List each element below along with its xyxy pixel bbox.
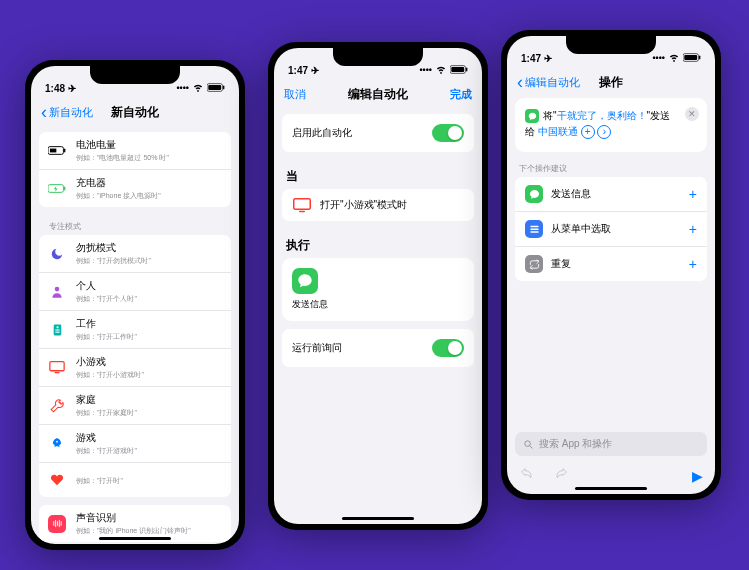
run-button[interactable]: ▶ (692, 468, 703, 484)
svg-point-16 (56, 440, 58, 442)
suggestion-list[interactable]: 从菜单中选取+ (515, 212, 707, 247)
add-suggestion-button[interactable]: + (689, 256, 697, 272)
condition-label: 打开"小游戏"模式时 (320, 198, 407, 212)
location-icon: ✈︎ (68, 83, 76, 94)
focus-item-wrench[interactable]: 家庭例如："打开家庭时" (39, 387, 231, 425)
wrench-icon (48, 399, 66, 413)
redo-button[interactable] (553, 466, 569, 486)
signal-icon: •••• (176, 83, 189, 93)
svg-rect-18 (451, 66, 464, 71)
suggestion-repeat[interactable]: 重复+ (515, 247, 707, 281)
battery-icon (207, 83, 225, 94)
nav-bar: 取消 编辑自动化 完成 (274, 78, 482, 110)
page-title: 新自动化 (111, 104, 159, 121)
enable-toggle[interactable] (432, 124, 464, 142)
back-button[interactable]: 新自动化 (41, 103, 93, 121)
home-indicator[interactable] (575, 487, 647, 490)
svg-rect-19 (466, 67, 467, 71)
suggestions-label: 下个操作建议 (515, 158, 707, 177)
undo-button[interactable] (519, 466, 535, 486)
time: 1:48 (45, 83, 65, 94)
svg-line-29 (530, 445, 532, 447)
row-subtitle: 例如："打开家庭时" (76, 408, 222, 418)
focus-item-display[interactable]: 小游戏例如："打开小游戏时" (39, 349, 231, 387)
moon-icon (48, 247, 66, 261)
action-send-message[interactable]: 发送信息 (282, 258, 474, 321)
done-button[interactable]: 完成 (450, 87, 472, 102)
page-title: 编辑自动化 (348, 86, 408, 103)
row-subtitle: 例如："iPhone 接入电源时" (76, 191, 222, 201)
ask-label: 运行前询问 (292, 341, 432, 355)
search-input[interactable]: 搜索 App 和操作 (515, 432, 707, 456)
row-subtitle: 例如："打开小游戏时" (76, 370, 222, 380)
svg-rect-21 (299, 210, 305, 212)
back-button[interactable]: 编辑自动化 (517, 73, 580, 91)
svg-point-15 (60, 401, 61, 402)
rocket-icon (48, 437, 66, 451)
repeat-icon (525, 255, 543, 273)
list-icon (525, 220, 543, 238)
focus-item-person[interactable]: 个人例如："打开个人时" (39, 273, 231, 311)
time: 1:47 (288, 65, 308, 76)
list-item-charger[interactable]: 充电器例如："iPhone 接入电源时" (39, 170, 231, 207)
svg-point-10 (56, 326, 58, 328)
phone-edit-automation: 1:47✈︎ •••• 取消 编辑自动化 完成 启用此自动化 当 (268, 42, 488, 530)
svg-rect-11 (55, 329, 59, 330)
focus-item-rocket[interactable]: 游戏例如："打开游戏时" (39, 425, 231, 463)
location-icon: ✈︎ (544, 53, 552, 64)
svg-rect-5 (64, 149, 65, 153)
suggestion-label: 重复 (551, 257, 689, 271)
svg-rect-26 (530, 228, 538, 229)
recipient-token[interactable]: 中国联通 (538, 126, 578, 137)
condition-row[interactable]: 打开"小游戏"模式时 (282, 189, 474, 221)
focus-item-work[interactable]: 工作例如："打开工作时" (39, 311, 231, 349)
svg-point-8 (55, 286, 60, 291)
page-title: 操作 (599, 74, 623, 91)
row-title: 个人 (76, 279, 222, 293)
home-indicator[interactable] (99, 537, 171, 540)
search-icon (523, 439, 534, 450)
message-token[interactable]: 干就完了，奥利给！ (557, 110, 647, 121)
row-title: 电池电量 (76, 138, 222, 152)
messages-icon (525, 109, 539, 123)
row-subtitle: 例如："打开个人时" (76, 294, 222, 304)
row-subtitle: 例如："打开时" (76, 476, 222, 486)
back-label: 新自动化 (49, 105, 93, 120)
notch (333, 48, 423, 66)
work-icon (48, 323, 66, 337)
svg-point-28 (525, 440, 531, 446)
add-suggestion-button[interactable]: + (689, 186, 697, 202)
notch (566, 36, 656, 54)
back-label: 编辑自动化 (525, 75, 580, 90)
phone-new-automation: 1:48✈︎ •••• 新自动化 新自动化 电池电量例如："电池电量超过 50%… (25, 60, 245, 550)
row-title: 游戏 (76, 431, 222, 445)
add-recipient-button[interactable]: + (581, 125, 595, 139)
remove-action-button[interactable]: ✕ (685, 107, 699, 121)
expand-button[interactable]: › (597, 125, 611, 139)
ask-toggle[interactable] (432, 339, 464, 357)
suggestion-bubble[interactable]: 发送信息+ (515, 177, 707, 212)
search-placeholder: 搜索 App 和操作 (539, 437, 612, 451)
focus-item-moon[interactable]: 勿扰模式例如："打开勿扰模式时" (39, 235, 231, 273)
battery-icon (683, 53, 701, 64)
row-title: 工作 (76, 317, 222, 331)
enable-automation-row: 启用此自动化 (282, 114, 474, 152)
sound-icon (48, 517, 66, 531)
svg-rect-1 (208, 84, 221, 89)
svg-rect-13 (50, 362, 64, 371)
cancel-button[interactable]: 取消 (284, 87, 306, 102)
home-indicator[interactable] (342, 517, 414, 520)
wifi-icon (668, 52, 680, 64)
add-suggestion-button[interactable]: + (689, 221, 697, 237)
action-send-message-card[interactable]: 将"干就完了，奥利给！"发送 给 中国联通 + › ✕ (515, 98, 707, 152)
list-item-battery[interactable]: 电池电量例如："电池电量超过 50% 时" (39, 132, 231, 170)
ask-before-row: 运行前询问 (282, 329, 474, 367)
phone-actions: 1:47✈︎ •••• 编辑自动化 操作 将"干就完了，奥利给！"发送 给 中国… (501, 30, 721, 500)
text-static: 将" (543, 110, 557, 121)
heart-icon (48, 473, 66, 487)
wifi-icon (435, 64, 447, 76)
focus-item-heart[interactable]: 例如："打开时" (39, 463, 231, 497)
person-icon (48, 285, 66, 299)
row-title: 家庭 (76, 393, 222, 407)
charger-icon (48, 182, 66, 196)
